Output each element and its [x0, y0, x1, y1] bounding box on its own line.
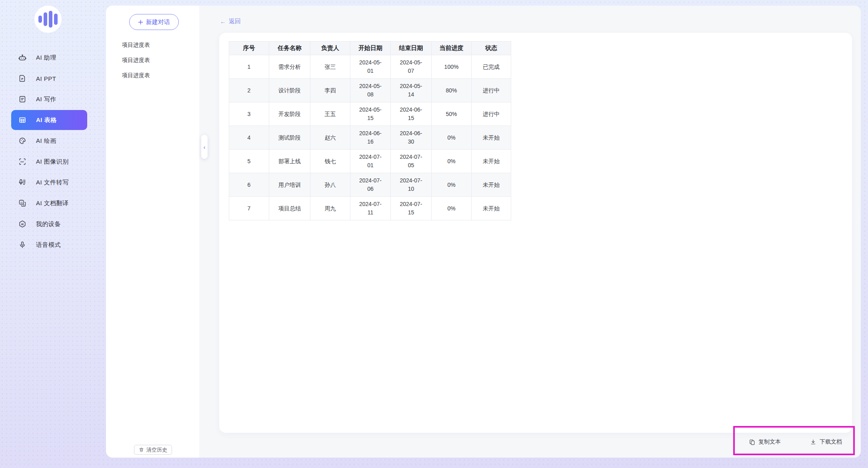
sidebar-item-label: AI 图像识别: [36, 158, 69, 166]
cell-start-date: 2024-05-15: [350, 102, 391, 126]
cell-start-date: 2024-07-01: [350, 150, 391, 173]
table-row: 4 测试阶段 赵六 2024-06-16 2024-06-30 0% 未开始: [229, 126, 511, 150]
translate-icon: 中 A: [18, 199, 26, 207]
history-item[interactable]: 项目进度表: [106, 38, 199, 53]
clear-history-label: 清空历史: [146, 446, 167, 454]
app-logo: [34, 6, 62, 33]
cell-progress: 50%: [432, 102, 472, 126]
bottom-actions: 复制文本 下载文档: [749, 437, 842, 447]
download-document-button[interactable]: 下载文档: [810, 437, 842, 447]
svg-text:A: A: [23, 203, 25, 206]
svg-text:ocr: ocr: [20, 160, 24, 163]
robot-icon: [18, 54, 26, 62]
cell-status: 未开始: [472, 173, 511, 197]
column-header: 状态: [472, 42, 511, 55]
sidebar-item-label: 我的设备: [36, 220, 61, 228]
table-row: 2 设计阶段 李四 2024-05-08 2024-05-14 80% 进行中: [229, 79, 511, 102]
cell-task: 测试阶段: [269, 126, 310, 150]
table-header-row: 序号 任务名称 负责人 开始日期 结束日期 当前进度 状态: [229, 42, 511, 55]
conversation-panel: 新建对话 项目进度表 项目进度表 项目进度表 清空历史: [106, 6, 199, 458]
column-header: 负责人: [310, 42, 350, 55]
cell-end-date: 2024-07-10: [391, 173, 432, 197]
cell-status: 未开始: [472, 126, 511, 150]
cell-task: 开发阶段: [269, 102, 310, 126]
cell-status: 进行中: [472, 102, 511, 126]
project-progress-table: 序号 任务名称 负责人 开始日期 结束日期 当前进度 状态 1 需求分析 张三 …: [229, 41, 511, 220]
cell-task: 部署上线: [269, 150, 310, 173]
sidebar-item-ai-assistant[interactable]: AI 助理: [11, 48, 87, 68]
sidebar-item-label: AI 文档翻译: [36, 200, 69, 207]
cell-start-date: 2024-05-01: [350, 55, 391, 79]
sidebar-item-label: 语音模式: [36, 241, 61, 249]
cell-end-date: 2024-05-14: [391, 79, 432, 102]
cell-progress: 80%: [432, 79, 472, 102]
cell-seq: 2: [229, 79, 269, 102]
sidebar-item-ai-image-recognition[interactable]: ocr AI 图像识别: [11, 152, 87, 172]
svg-text:P: P: [21, 77, 23, 81]
cell-status: 进行中: [472, 79, 511, 102]
sidebar-item-label: AI 助理: [36, 54, 56, 62]
sidebar-item-ai-writing[interactable]: AI 写作: [11, 89, 87, 109]
new-conversation-label: 新建对话: [146, 18, 170, 26]
sidebar-item-label: AI 写作: [36, 96, 56, 103]
cell-progress: 0%: [432, 150, 472, 173]
sidebar-item-voice-mode[interactable]: 语音模式: [11, 235, 87, 255]
new-conversation-button[interactable]: 新建对话: [129, 14, 179, 30]
cell-status: 未开始: [472, 197, 511, 220]
back-link[interactable]: ← 返回: [220, 18, 241, 25]
download-document-label: 下载文档: [820, 438, 842, 446]
ocr-icon: ocr: [18, 158, 26, 166]
chevron-left-icon: ‹: [204, 144, 206, 150]
sidebar-item-ai-document-translation[interactable]: 中 A AI 文档翻译: [11, 193, 87, 213]
table-row: 5 部署上线 钱七 2024-07-01 2024-07-05 0% 未开始: [229, 150, 511, 173]
sidebar-item-ai-painting[interactable]: AI 绘画: [11, 131, 87, 151]
sidebar-item-my-devices[interactable]: AI 我的设备: [11, 214, 87, 234]
cell-task: 项目总结: [269, 197, 310, 220]
history-item[interactable]: 项目进度表: [106, 53, 199, 68]
cell-seq: 3: [229, 102, 269, 126]
sidebar-nav: AI 助理 P AI PPT AI 写作: [11, 48, 87, 256]
copy-text-button[interactable]: 复制文本: [749, 437, 781, 447]
ppt-file-icon: P: [18, 74, 26, 82]
cell-end-date: 2024-06-15: [391, 102, 432, 126]
cell-task: 设计阶段: [269, 79, 310, 102]
sidebar-item-ai-ppt[interactable]: P AI PPT: [11, 68, 87, 88]
cell-seq: 5: [229, 150, 269, 173]
sidebar-item-ai-table[interactable]: AI 表格: [11, 110, 87, 130]
plus-icon: [138, 20, 143, 25]
clear-history-button[interactable]: 清空历史: [134, 445, 172, 455]
transcribe-icon: [18, 178, 26, 186]
sidebar-item-label: AI 表格: [36, 116, 57, 124]
trash-icon: [139, 447, 144, 452]
cell-owner: 赵六: [310, 126, 350, 150]
cell-status: 已完成: [472, 55, 511, 79]
column-header: 开始日期: [350, 42, 391, 55]
cell-task: 需求分析: [269, 55, 310, 79]
cell-owner: 王五: [310, 102, 350, 126]
panel-collapse-handle[interactable]: ‹: [201, 135, 208, 159]
cell-start-date: 2024-05-08: [350, 79, 391, 102]
sidebar-item-ai-file-transcription[interactable]: AI 文件转写: [11, 172, 87, 192]
sidebar: AI 助理 P AI PPT AI 写作: [0, 0, 106, 468]
main-content: ← 返回 序号 任务名称 负责人 开始日期 结束日期 当前进度 状态 1 需求分…: [199, 6, 861, 458]
cell-start-date: 2024-07-06: [350, 173, 391, 197]
cell-owner: 张三: [310, 55, 350, 79]
copy-icon: [749, 439, 755, 445]
column-header: 任务名称: [269, 42, 310, 55]
cell-progress: 100%: [432, 55, 472, 79]
table-row: 1 需求分析 张三 2024-05-01 2024-05-07 100% 已完成: [229, 55, 511, 79]
cell-owner: 钱七: [310, 150, 350, 173]
microphone-icon: [18, 241, 26, 249]
back-label: 返回: [229, 18, 241, 25]
copy-text-label: 复制文本: [758, 438, 781, 446]
palette-icon: [18, 137, 26, 145]
history-item[interactable]: 项目进度表: [106, 68, 199, 83]
cell-owner: 周九: [310, 197, 350, 220]
cell-status: 未开始: [472, 150, 511, 173]
cell-progress: 0%: [432, 197, 472, 220]
sidebar-item-label: AI 绘画: [36, 137, 56, 145]
cell-seq: 4: [229, 126, 269, 150]
cell-start-date: 2024-06-16: [350, 126, 391, 150]
svg-text:中: 中: [20, 201, 23, 204]
table-row: 7 项目总结 周九 2024-07-11 2024-07-15 0% 未开始: [229, 197, 511, 220]
